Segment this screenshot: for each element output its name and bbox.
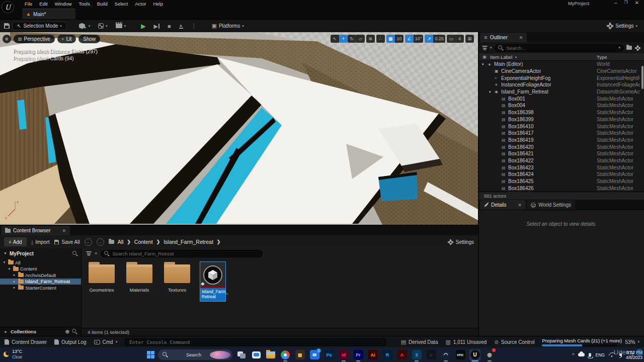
asset-search-box[interactable] (101, 250, 263, 257)
save-all-button[interactable]: Save All (54, 239, 79, 245)
hidden-icons-chevron[interactable]: ^ (572, 352, 574, 357)
taskbar-task-view-icon[interactable] (236, 349, 247, 360)
platforms-dropdown[interactable]: ▣ Platforms ▾ (209, 22, 247, 30)
grid-snap-toggle[interactable]: ▦ (386, 35, 395, 43)
tab-outliner[interactable]: ≣ Outliner ✕ (480, 33, 527, 42)
tab-main-level[interactable]: ▲ Main* (22, 9, 75, 19)
outliner-row[interactable]: ≈ExponentialHeightFogExponentialHeightFo… (479, 74, 644, 81)
camera-speed-button[interactable]: ▭ (447, 35, 455, 43)
move-tool[interactable]: + (339, 35, 348, 43)
chevron-down-icon[interactable]: ▾ (490, 46, 492, 50)
chevron-right-icon[interactable]: ▸ (12, 280, 17, 284)
menu-file[interactable]: File (21, 1, 36, 7)
weather-widget[interactable]: 13°C Clear (4, 349, 22, 359)
viewport-3d[interactable]: x z ≡ ▧ Perspective ◐ Lit Show ↖ + ↻ (0, 32, 478, 225)
select-tool[interactable]: ↖ (331, 35, 339, 43)
tree-item-archvisdefault[interactable]: ▸ArchvisDefault (0, 272, 81, 279)
visibility-column-icon[interactable]: ◉ (479, 54, 490, 59)
item-label-column[interactable]: Item Label (490, 54, 512, 60)
collections-row[interactable]: ▸ Collections ⊕ (0, 327, 81, 336)
taskbar-search-box[interactable]: Search (158, 349, 232, 360)
outliner-search-box[interactable]: ▾ (495, 44, 624, 52)
outliner-row[interactable]: ▾▲Main (Editor)World (479, 61, 644, 68)
add-actor-button[interactable]: + ▾ (76, 21, 93, 31)
menu-edit[interactable]: Edit (36, 1, 51, 7)
outliner-settings-icon[interactable] (635, 45, 640, 50)
selection-mode-dropdown[interactable]: ↖ Selection Mode ▾ (13, 22, 66, 30)
tree-item-all[interactable]: ▾All (0, 259, 81, 266)
play-options-button[interactable]: ⋮ (189, 22, 199, 30)
taskbar-obs-icon[interactable]: ◎ (484, 349, 495, 360)
menu-actor[interactable]: Actor (131, 1, 149, 7)
close-icon[interactable]: ✕ (635, 0, 639, 6)
clock[interactable]: 9:52 PM 4/6/2023 (626, 350, 642, 360)
frame-skip-button[interactable]: ▶ (151, 23, 162, 30)
menu-window[interactable]: Window (51, 1, 75, 7)
type-column[interactable]: Type (597, 54, 607, 60)
crumb-island-farm-retreat[interactable]: Island_Farm_Retreat (164, 239, 213, 245)
close-icon[interactable]: ✕ (519, 35, 523, 40)
filter-icon[interactable] (482, 46, 488, 50)
tab-content-browser[interactable]: Content Browser ✕ (1, 226, 70, 235)
perspective-dropdown[interactable]: ▧ Perspective (14, 35, 55, 43)
chevron-down-icon[interactable]: ▾ (2, 260, 7, 264)
outliner-row[interactable]: ▤Box004StaticMeshActor (479, 102, 644, 109)
taskbar-chrome-icon[interactable] (280, 349, 291, 360)
tree-item-content[interactable]: ▾Content (0, 266, 81, 273)
cinematics-button[interactable]: ▾ (113, 23, 129, 29)
editor-settings-dropdown[interactable]: Settings ▾ (604, 22, 640, 30)
outliner-row[interactable]: ▤Box186422StaticMeshActor (479, 157, 644, 164)
folder-tile-geometries[interactable]: Geometries (87, 261, 117, 293)
outliner-row[interactable]: ▤Box186419StaticMeshActor (479, 137, 644, 144)
expander-icon[interactable]: ▾ (489, 90, 495, 94)
grid-snap-value[interactable]: 10 (395, 35, 404, 43)
taskbar-file-explorer-icon[interactable] (265, 349, 276, 360)
search-icon[interactable] (72, 251, 78, 256)
outliner-row[interactable]: ▤Box186421StaticMeshActor (479, 150, 644, 157)
outliner-row[interactable]: ▤Box186423StaticMeshActor (479, 164, 644, 171)
save-current-icon[interactable] (4, 23, 10, 29)
taskbar-steam-icon[interactable]: ◠ (440, 349, 451, 360)
import-button[interactable]: ↓ Import (31, 239, 50, 245)
menu-tools[interactable]: Tools (75, 1, 93, 7)
world-space-toggle[interactable]: ⊕ (366, 35, 375, 43)
blueprints-button[interactable]: ▾ (96, 22, 110, 30)
outliner-row[interactable]: ▣CineCameraActorCineCameraActor (479, 68, 644, 75)
taskbar-photoshop-icon[interactable]: Ps (324, 349, 335, 360)
scale-snap-value[interactable]: 0.25 (433, 35, 445, 43)
microphone-icon[interactable] (589, 353, 591, 357)
viewport-options-menu[interactable]: ≡ (3, 35, 11, 43)
outliner-row[interactable]: ▤Box186398StaticMeshActor (479, 109, 644, 116)
show-dropdown[interactable]: Show (78, 35, 100, 43)
search-icon[interactable] (72, 329, 77, 334)
outliner-row[interactable]: ▤Box186399StaticMeshActor (479, 116, 644, 123)
asset-island-farm-retreat[interactable]: ✱ Island_Farm_ Retreat (200, 261, 226, 302)
view-mode-dropdown[interactable]: ◐ Lit (57, 35, 76, 43)
taskbar-adobe-a-icon[interactable]: A (396, 349, 408, 360)
project-tree-header[interactable]: ▾ MyProject (0, 248, 81, 258)
speaker-icon[interactable] (619, 353, 622, 357)
asset-search-input[interactable] (112, 250, 259, 257)
taskbar-illustrator-icon[interactable]: Ai (367, 349, 378, 360)
chevron-right-icon[interactable]: ▸ (12, 273, 17, 277)
back-icon[interactable]: ← (85, 238, 92, 246)
outliner-search-input[interactable] (506, 45, 617, 51)
scale-snap-toggle[interactable]: ↗ (425, 35, 433, 43)
console-command-input[interactable] (128, 339, 382, 345)
new-folder-icon[interactable] (626, 46, 632, 50)
scale-tool[interactable]: ▱ (356, 35, 365, 43)
tree-item-island_farm_retreat[interactable]: ▸Island_Farm_Retreat (0, 279, 81, 285)
chevron-right-icon[interactable]: ▸ (12, 286, 17, 290)
rotate-tool[interactable]: ↻ (348, 35, 356, 43)
taskbar-premiere-icon[interactable]: Pr (353, 349, 364, 360)
maximize-icon[interactable]: ❐ (624, 0, 627, 6)
wifi-icon[interactable] (609, 352, 615, 357)
taskbar-indesign-icon[interactable]: Id (338, 349, 349, 360)
surface-snap-toggle[interactable]: ∴ (376, 35, 385, 43)
chevron-down-icon[interactable]: ▾ (618, 46, 620, 50)
console-command-box[interactable] (125, 338, 386, 346)
source-control-button[interactable]: ⊘ Source Control (494, 339, 534, 345)
start-button[interactable] (147, 351, 154, 358)
taskbar-3ds-max-icon[interactable]: 3 (411, 349, 422, 360)
folder-tile-materials[interactable]: Materials (124, 261, 154, 293)
